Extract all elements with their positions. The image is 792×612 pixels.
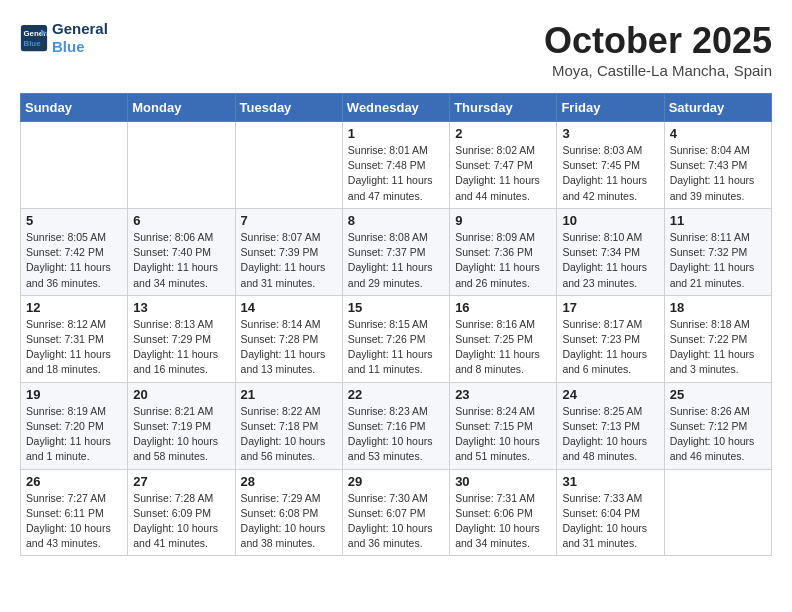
calendar-cell: [664, 469, 771, 556]
calendar-cell: 28Sunrise: 7:29 AM Sunset: 6:08 PM Dayli…: [235, 469, 342, 556]
day-number: 28: [241, 474, 337, 489]
calendar-cell: 26Sunrise: 7:27 AM Sunset: 6:11 PM Dayli…: [21, 469, 128, 556]
logo: General Blue General Blue: [20, 20, 108, 56]
svg-text:Blue: Blue: [24, 39, 42, 48]
calendar-header: SundayMondayTuesdayWednesdayThursdayFrid…: [21, 94, 772, 122]
day-number: 5: [26, 213, 122, 228]
day-number: 1: [348, 126, 444, 141]
calendar-cell: 5Sunrise: 8:05 AM Sunset: 7:42 PM Daylig…: [21, 208, 128, 295]
calendar-cell: 14Sunrise: 8:14 AM Sunset: 7:28 PM Dayli…: [235, 295, 342, 382]
calendar-cell: 1Sunrise: 8:01 AM Sunset: 7:48 PM Daylig…: [342, 122, 449, 209]
day-info: Sunrise: 8:19 AM Sunset: 7:20 PM Dayligh…: [26, 404, 122, 465]
day-info: Sunrise: 8:12 AM Sunset: 7:31 PM Dayligh…: [26, 317, 122, 378]
day-info: Sunrise: 8:13 AM Sunset: 7:29 PM Dayligh…: [133, 317, 229, 378]
calendar-cell: 29Sunrise: 7:30 AM Sunset: 6:07 PM Dayli…: [342, 469, 449, 556]
day-number: 4: [670, 126, 766, 141]
calendar-cell: 22Sunrise: 8:23 AM Sunset: 7:16 PM Dayli…: [342, 382, 449, 469]
calendar-cell: [235, 122, 342, 209]
day-number: 16: [455, 300, 551, 315]
weekday-header: Saturday: [664, 94, 771, 122]
calendar-cell: 18Sunrise: 8:18 AM Sunset: 7:22 PM Dayli…: [664, 295, 771, 382]
day-info: Sunrise: 7:33 AM Sunset: 6:04 PM Dayligh…: [562, 491, 658, 552]
day-number: 2: [455, 126, 551, 141]
weekday-header: Thursday: [450, 94, 557, 122]
day-number: 17: [562, 300, 658, 315]
calendar-cell: 2Sunrise: 8:02 AM Sunset: 7:47 PM Daylig…: [450, 122, 557, 209]
day-number: 13: [133, 300, 229, 315]
day-number: 3: [562, 126, 658, 141]
weekday-header: Monday: [128, 94, 235, 122]
day-info: Sunrise: 7:29 AM Sunset: 6:08 PM Dayligh…: [241, 491, 337, 552]
day-info: Sunrise: 8:11 AM Sunset: 7:32 PM Dayligh…: [670, 230, 766, 291]
day-info: Sunrise: 8:25 AM Sunset: 7:13 PM Dayligh…: [562, 404, 658, 465]
day-number: 7: [241, 213, 337, 228]
day-number: 11: [670, 213, 766, 228]
calendar-cell: 8Sunrise: 8:08 AM Sunset: 7:37 PM Daylig…: [342, 208, 449, 295]
calendar-cell: 24Sunrise: 8:25 AM Sunset: 7:13 PM Dayli…: [557, 382, 664, 469]
day-info: Sunrise: 7:31 AM Sunset: 6:06 PM Dayligh…: [455, 491, 551, 552]
day-info: Sunrise: 8:21 AM Sunset: 7:19 PM Dayligh…: [133, 404, 229, 465]
day-info: Sunrise: 8:02 AM Sunset: 7:47 PM Dayligh…: [455, 143, 551, 204]
calendar-cell: 23Sunrise: 8:24 AM Sunset: 7:15 PM Dayli…: [450, 382, 557, 469]
day-number: 22: [348, 387, 444, 402]
day-number: 24: [562, 387, 658, 402]
calendar-body: 1Sunrise: 8:01 AM Sunset: 7:48 PM Daylig…: [21, 122, 772, 556]
weekday-header: Tuesday: [235, 94, 342, 122]
day-info: Sunrise: 7:27 AM Sunset: 6:11 PM Dayligh…: [26, 491, 122, 552]
weekday-header: Friday: [557, 94, 664, 122]
calendar-cell: [21, 122, 128, 209]
day-info: Sunrise: 8:03 AM Sunset: 7:45 PM Dayligh…: [562, 143, 658, 204]
day-number: 19: [26, 387, 122, 402]
calendar-cell: 30Sunrise: 7:31 AM Sunset: 6:06 PM Dayli…: [450, 469, 557, 556]
day-info: Sunrise: 7:28 AM Sunset: 6:09 PM Dayligh…: [133, 491, 229, 552]
calendar-cell: 19Sunrise: 8:19 AM Sunset: 7:20 PM Dayli…: [21, 382, 128, 469]
day-info: Sunrise: 8:06 AM Sunset: 7:40 PM Dayligh…: [133, 230, 229, 291]
calendar-cell: 11Sunrise: 8:11 AM Sunset: 7:32 PM Dayli…: [664, 208, 771, 295]
day-number: 8: [348, 213, 444, 228]
month-title: October 2025: [544, 20, 772, 62]
day-info: Sunrise: 8:09 AM Sunset: 7:36 PM Dayligh…: [455, 230, 551, 291]
day-number: 21: [241, 387, 337, 402]
day-number: 9: [455, 213, 551, 228]
calendar-cell: 16Sunrise: 8:16 AM Sunset: 7:25 PM Dayli…: [450, 295, 557, 382]
page: General Blue General Blue October 2025 M…: [0, 0, 792, 566]
calendar-week-row: 1Sunrise: 8:01 AM Sunset: 7:48 PM Daylig…: [21, 122, 772, 209]
day-number: 12: [26, 300, 122, 315]
calendar-table: SundayMondayTuesdayWednesdayThursdayFrid…: [20, 93, 772, 556]
day-number: 6: [133, 213, 229, 228]
day-info: Sunrise: 8:01 AM Sunset: 7:48 PM Dayligh…: [348, 143, 444, 204]
day-info: Sunrise: 8:22 AM Sunset: 7:18 PM Dayligh…: [241, 404, 337, 465]
day-info: Sunrise: 8:04 AM Sunset: 7:43 PM Dayligh…: [670, 143, 766, 204]
calendar-cell: 9Sunrise: 8:09 AM Sunset: 7:36 PM Daylig…: [450, 208, 557, 295]
calendar-cell: 31Sunrise: 7:33 AM Sunset: 6:04 PM Dayli…: [557, 469, 664, 556]
weekday-header: Sunday: [21, 94, 128, 122]
day-number: 27: [133, 474, 229, 489]
calendar-cell: 4Sunrise: 8:04 AM Sunset: 7:43 PM Daylig…: [664, 122, 771, 209]
calendar-cell: 6Sunrise: 8:06 AM Sunset: 7:40 PM Daylig…: [128, 208, 235, 295]
calendar-cell: 21Sunrise: 8:22 AM Sunset: 7:18 PM Dayli…: [235, 382, 342, 469]
calendar-cell: 3Sunrise: 8:03 AM Sunset: 7:45 PM Daylig…: [557, 122, 664, 209]
day-info: Sunrise: 8:10 AM Sunset: 7:34 PM Dayligh…: [562, 230, 658, 291]
calendar-week-row: 12Sunrise: 8:12 AM Sunset: 7:31 PM Dayli…: [21, 295, 772, 382]
calendar-cell: [128, 122, 235, 209]
subtitle: Moya, Castille-La Mancha, Spain: [544, 62, 772, 79]
logo-icon: General Blue: [20, 24, 48, 52]
calendar-cell: 12Sunrise: 8:12 AM Sunset: 7:31 PM Dayli…: [21, 295, 128, 382]
day-info: Sunrise: 8:16 AM Sunset: 7:25 PM Dayligh…: [455, 317, 551, 378]
calendar-cell: 17Sunrise: 8:17 AM Sunset: 7:23 PM Dayli…: [557, 295, 664, 382]
day-number: 20: [133, 387, 229, 402]
calendar-week-row: 19Sunrise: 8:19 AM Sunset: 7:20 PM Dayli…: [21, 382, 772, 469]
calendar-cell: 15Sunrise: 8:15 AM Sunset: 7:26 PM Dayli…: [342, 295, 449, 382]
day-number: 14: [241, 300, 337, 315]
day-number: 31: [562, 474, 658, 489]
calendar-cell: 25Sunrise: 8:26 AM Sunset: 7:12 PM Dayli…: [664, 382, 771, 469]
day-number: 30: [455, 474, 551, 489]
day-number: 29: [348, 474, 444, 489]
calendar-week-row: 5Sunrise: 8:05 AM Sunset: 7:42 PM Daylig…: [21, 208, 772, 295]
calendar-cell: 27Sunrise: 7:28 AM Sunset: 6:09 PM Dayli…: [128, 469, 235, 556]
day-number: 25: [670, 387, 766, 402]
day-number: 23: [455, 387, 551, 402]
day-info: Sunrise: 8:08 AM Sunset: 7:37 PM Dayligh…: [348, 230, 444, 291]
day-info: Sunrise: 8:05 AM Sunset: 7:42 PM Dayligh…: [26, 230, 122, 291]
day-info: Sunrise: 8:18 AM Sunset: 7:22 PM Dayligh…: [670, 317, 766, 378]
